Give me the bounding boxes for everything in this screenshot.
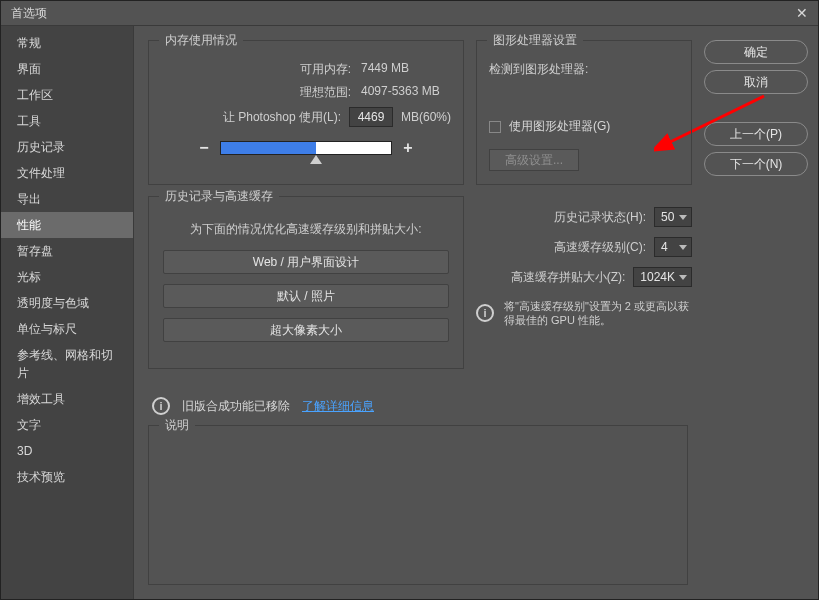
info-icon: i [152,397,170,415]
ideal-range-label: 理想范围: [300,84,351,101]
panel-title-history: 历史记录与高速缓存 [159,188,279,205]
use-gpu-label: 使用图形处理器(G) [509,118,610,135]
sidebar-item-13[interactable]: 增效工具 [1,386,133,412]
tile-size-select[interactable]: 1024K [633,267,692,287]
ok-button[interactable]: 确定 [704,40,808,64]
window-title: 首选项 [11,5,47,22]
cache-levels-select[interactable]: 4 [654,237,692,257]
preset-web-button[interactable]: Web / 用户界面设计 [163,250,449,274]
preset-huge-button[interactable]: 超大像素大小 [163,318,449,342]
memory-panel: 内存使用情况 可用内存: 7449 MB 理想范围: 4097-5363 MB … [148,40,464,185]
preset-default-button[interactable]: 默认 / 照片 [163,284,449,308]
cache-settings: 历史记录状态(H): 50 高速缓存级别(C): 4 高速缓存拼贴大小(Z): … [476,207,692,369]
cache-levels-label: 高速缓存级别(C): [554,239,646,256]
gpu-panel: 图形处理器设置 检测到图形处理器: 使用图形处理器(G) 高级设置... [476,40,692,185]
panel-title-desc: 说明 [159,417,195,434]
let-use-label: 让 Photoshop 使用(L): [223,109,341,126]
avail-mem-value: 7449 MB [361,61,451,78]
slider-thumb-icon[interactable] [310,155,322,164]
let-use-suffix: MB(60%) [401,110,451,124]
slider-plus-button[interactable]: + [402,139,414,157]
sidebar-item-6[interactable]: 导出 [1,186,133,212]
sidebar-item-1[interactable]: 界面 [1,56,133,82]
history-states-select[interactable]: 50 [654,207,692,227]
let-use-input[interactable] [349,107,393,127]
history-cache-panel: 历史记录与高速缓存 为下面的情况优化高速缓存级别和拼贴大小: Web / 用户界… [148,196,464,369]
sidebar: 常规界面工作区工具历史记录文件处理导出性能暂存盘光标透明度与色域单位与标尺参考线… [1,26,134,599]
sidebar-item-15[interactable]: 3D [1,438,133,464]
panel-title-memory: 内存使用情况 [159,32,243,49]
close-icon[interactable]: ✕ [796,5,808,21]
sidebar-item-8[interactable]: 暂存盘 [1,238,133,264]
sidebar-item-11[interactable]: 单位与标尺 [1,316,133,342]
prev-button[interactable]: 上一个(P) [704,122,808,146]
gpu-advanced-button: 高级设置... [489,149,579,171]
panel-title-gpu: 图形处理器设置 [487,32,583,49]
sidebar-item-14[interactable]: 文字 [1,412,133,438]
sidebar-item-4[interactable]: 历史记录 [1,134,133,160]
slider-minus-button[interactable]: − [198,139,210,157]
avail-mem-label: 可用内存: [300,61,351,78]
tip-text: 将"高速缓存级别"设置为 2 或更高以获得最佳的 GPU 性能。 [504,299,692,327]
legacy-text: 旧版合成功能已移除 [182,398,290,415]
sidebar-item-2[interactable]: 工作区 [1,82,133,108]
next-button[interactable]: 下一个(N) [704,152,808,176]
sidebar-item-3[interactable]: 工具 [1,108,133,134]
info-icon: i [476,304,494,322]
tile-size-label: 高速缓存拼贴大小(Z): [511,269,626,286]
sidebar-item-9[interactable]: 光标 [1,264,133,290]
gpu-detect-label: 检测到图形处理器: [489,61,679,78]
sidebar-item-7[interactable]: 性能 [1,212,133,238]
cancel-button[interactable]: 取消 [704,70,808,94]
description-panel: 说明 [148,425,688,585]
sidebar-item-0[interactable]: 常规 [1,30,133,56]
sidebar-item-16[interactable]: 技术预览 [1,464,133,490]
history-desc: 为下面的情况优化高速缓存级别和拼贴大小: [161,221,451,238]
ideal-range-value: 4097-5363 MB [361,84,451,101]
use-gpu-checkbox[interactable] [489,121,501,133]
sidebar-item-10[interactable]: 透明度与色域 [1,290,133,316]
sidebar-item-12[interactable]: 参考线、网格和切片 [1,342,133,386]
sidebar-item-5[interactable]: 文件处理 [1,160,133,186]
learn-more-link[interactable]: 了解详细信息 [302,398,374,415]
history-states-label: 历史记录状态(H): [554,209,646,226]
memory-slider[interactable] [220,141,392,155]
